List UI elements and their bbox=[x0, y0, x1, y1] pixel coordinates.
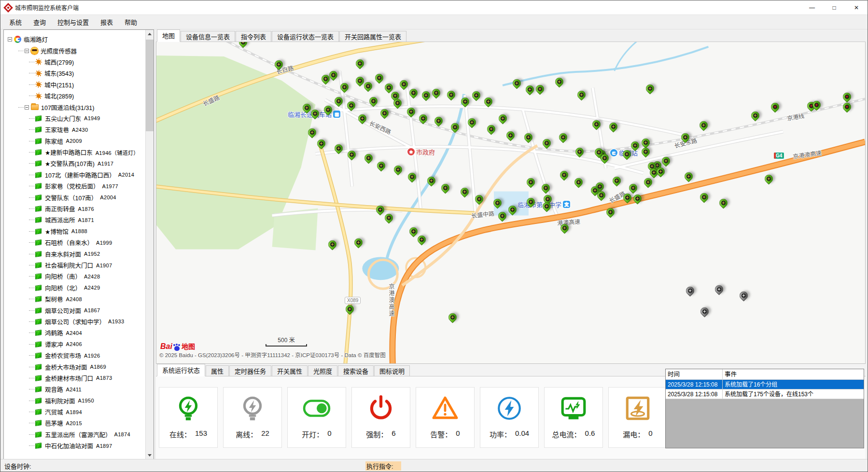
device-pin-online[interactable]: + bbox=[376, 205, 384, 218]
tree-item-sensor-1[interactable]: 城东(3543) bbox=[4, 68, 145, 79]
device-pin-online[interactable]: + bbox=[764, 174, 773, 187]
device-pin-online[interactable]: + bbox=[656, 167, 665, 180]
device-pin-online[interactable]: + bbox=[340, 83, 349, 95]
device-pin-online[interactable]: + bbox=[302, 103, 311, 116]
collapse-toggle[interactable] bbox=[8, 37, 12, 42]
device-pin-online[interactable]: + bbox=[407, 172, 416, 185]
device-pin-forced[interactable]: + bbox=[842, 102, 851, 115]
tree-item-device-9[interactable]: 城西派出所A1871 bbox=[4, 214, 145, 225]
collapse-toggle[interactable] bbox=[25, 105, 29, 110]
tree-item-device-3[interactable]: ★建新中路路口东A1946（辅道灯） bbox=[4, 147, 145, 158]
tree-item-device-5[interactable]: 107北（建新中路路口西）A2014 bbox=[4, 169, 145, 180]
device-pin-online[interactable]: + bbox=[508, 205, 517, 218]
device-pin-forced[interactable]: + bbox=[770, 102, 779, 115]
device-pin-online[interactable]: + bbox=[364, 153, 373, 166]
device-pin-online[interactable]: + bbox=[574, 178, 583, 190]
device-pin-online[interactable]: + bbox=[334, 97, 343, 109]
map-tab-2[interactable]: 指令列表 bbox=[236, 31, 271, 42]
tree-group-devices[interactable]: 107国道沿线(31/31) bbox=[4, 101, 145, 112]
device-pin-online[interactable]: + bbox=[592, 120, 601, 132]
device-pin-online[interactable]: + bbox=[417, 235, 426, 248]
map-tab-4[interactable]: 开关回路属性一览表 bbox=[339, 31, 406, 42]
device-pin-online[interactable]: + bbox=[377, 161, 385, 174]
device-pin-online[interactable]: + bbox=[364, 82, 372, 94]
device-pin-online[interactable]: + bbox=[328, 240, 336, 252]
tree-item-sensor-0[interactable]: 城西(2799) bbox=[4, 56, 145, 68]
device-pin-online[interactable]: + bbox=[355, 76, 364, 89]
device-pin-online[interactable]: + bbox=[633, 194, 642, 207]
tree-scrollbar[interactable] bbox=[145, 30, 154, 459]
bottom-tab-0[interactable]: 系统运行状态 bbox=[157, 364, 205, 376]
device-pin-online[interactable]: + bbox=[535, 84, 544, 97]
tree-item-device-16[interactable]: 梨树巷A2408 bbox=[4, 293, 145, 305]
device-pin-online[interactable]: + bbox=[308, 128, 316, 140]
device-pin-online[interactable]: + bbox=[393, 165, 402, 178]
device-pin-forced[interactable]: + bbox=[812, 100, 821, 113]
tree-item-device-4[interactable]: ★交警队西(107南)A1917 bbox=[4, 158, 145, 169]
device-pin-online[interactable]: + bbox=[347, 150, 356, 163]
device-pin-online[interactable]: + bbox=[460, 187, 469, 200]
device-pin-online[interactable]: + bbox=[606, 208, 615, 220]
device-pin-online[interactable]: + bbox=[600, 153, 609, 166]
tree-item-device-18[interactable]: 烟草公司（求知中学）A1933 bbox=[4, 316, 145, 327]
minimize-button[interactable]: — bbox=[801, 0, 823, 14]
map-tab-0[interactable]: 地图 bbox=[157, 29, 180, 42]
device-pin-online[interactable]: + bbox=[399, 80, 408, 92]
tree-item-sensor-3[interactable]: 城北(2859) bbox=[4, 90, 145, 101]
device-pin-online[interactable]: + bbox=[630, 141, 639, 153]
tree-item-device-10[interactable]: ★博物馆A1888 bbox=[4, 226, 145, 237]
menu-item-1[interactable]: 查询 bbox=[28, 15, 52, 28]
device-pin-online[interactable]: + bbox=[542, 139, 551, 151]
device-pin-online[interactable]: + bbox=[641, 147, 650, 160]
device-pin-online[interactable]: + bbox=[369, 97, 378, 109]
device-pin-offline[interactable]: + bbox=[714, 285, 723, 297]
device-pin-online[interactable]: + bbox=[472, 91, 480, 103]
device-pin-online[interactable]: + bbox=[559, 133, 567, 145]
map-tab-1[interactable]: 设备信息一览表 bbox=[181, 31, 235, 42]
device-pin-online[interactable]: + bbox=[542, 202, 551, 214]
bottom-tab-3[interactable]: 开关属性 bbox=[272, 365, 308, 376]
tree-item-device-7[interactable]: 交警队东（107南）A2004 bbox=[4, 192, 145, 203]
tree-item-device-25[interactable]: 福利院对面A1950 bbox=[4, 395, 145, 406]
bottom-tab-5[interactable]: 搜索设备 bbox=[338, 365, 374, 376]
device-pin-online[interactable]: + bbox=[447, 90, 455, 103]
device-pin-offline[interactable]: + bbox=[686, 286, 694, 299]
tree-item-sensor-2[interactable]: 城中(2151) bbox=[4, 79, 145, 90]
device-pin-online[interactable]: + bbox=[575, 147, 584, 160]
device-pin-online[interactable]: + bbox=[238, 42, 247, 50]
device-pin-online[interactable]: + bbox=[323, 105, 332, 118]
tree-item-device-29[interactable]: 中石化加油站对面A1897 bbox=[4, 440, 145, 451]
bottom-tab-6[interactable]: 图标说明 bbox=[374, 365, 410, 376]
device-pin-online[interactable]: + bbox=[681, 133, 689, 145]
device-pin-online[interactable]: + bbox=[645, 84, 654, 97]
device-pin-online[interactable]: + bbox=[493, 198, 502, 211]
tree-item-device-13[interactable]: 社会福利院大门口A1907 bbox=[4, 260, 145, 271]
event-row-0[interactable]: 2025/3/28 12:15:08系统加载了16个分组 bbox=[666, 380, 864, 389]
scroll-up-button[interactable] bbox=[146, 30, 154, 38]
device-pin-online[interactable]: + bbox=[577, 90, 586, 103]
device-pin-online[interactable]: + bbox=[512, 79, 521, 91]
device-pin-online[interactable]: + bbox=[623, 193, 631, 206]
device-pin-online[interactable]: + bbox=[526, 178, 535, 190]
device-pin-online[interactable]: + bbox=[334, 144, 343, 156]
device-pin-online[interactable]: + bbox=[317, 139, 325, 152]
device-pin-online[interactable]: + bbox=[461, 97, 469, 110]
device-pin-online[interactable]: + bbox=[498, 114, 507, 126]
tree-item-device-2[interactable]: 陈家组A2009 bbox=[4, 136, 145, 147]
device-pin-online[interactable]: + bbox=[419, 114, 427, 126]
device-pin-online[interactable]: + bbox=[555, 77, 563, 90]
event-row-1[interactable]: 2025/3/28 12:15:08系统加载了175个设备，在线153个 bbox=[666, 389, 864, 399]
device-pin-online[interactable]: + bbox=[699, 121, 708, 133]
device-pin-online[interactable]: + bbox=[434, 116, 443, 129]
device-pin-online[interactable]: + bbox=[612, 176, 621, 189]
device-pin-online[interactable]: + bbox=[393, 98, 402, 111]
device-pin-online[interactable]: + bbox=[375, 73, 383, 86]
tree-root[interactable]: 临湘路灯 bbox=[4, 34, 145, 45]
device-pin-online[interactable]: + bbox=[524, 133, 532, 145]
device-pin-online[interactable]: + bbox=[427, 176, 435, 189]
tree-item-device-1[interactable]: 王家珑巷A2430 bbox=[4, 124, 145, 135]
tree-item-device-6[interactable]: 彭家巷（党校后面）A1977 bbox=[4, 180, 145, 192]
menu-item-4[interactable]: 帮助 bbox=[119, 15, 143, 28]
tree-item-device-14[interactable]: 向阳桥（南）A2428 bbox=[4, 271, 145, 282]
device-pin-online[interactable]: + bbox=[467, 118, 476, 130]
